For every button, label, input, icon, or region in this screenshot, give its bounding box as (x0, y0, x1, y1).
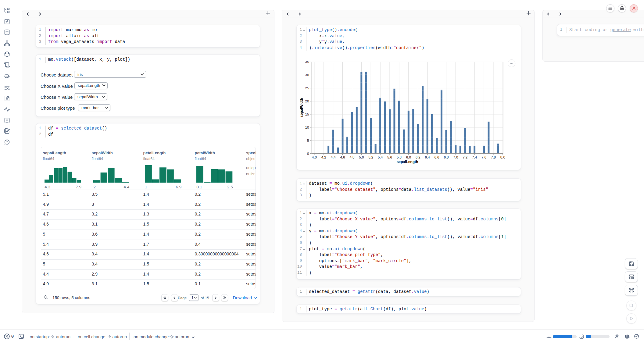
svg-text:5.8: 5.8 (397, 155, 402, 159)
svg-text:15: 15 (305, 112, 309, 116)
svg-text:4.2: 4.2 (321, 155, 326, 159)
svg-text:7.8: 7.8 (491, 155, 496, 159)
svg-text:6.0: 6.0 (406, 155, 411, 159)
svg-text:7.6: 7.6 (481, 155, 486, 159)
svg-text:5.2: 5.2 (368, 155, 373, 159)
svg-text:6.8: 6.8 (444, 155, 449, 159)
svg-text:7.4: 7.4 (472, 155, 477, 159)
svg-text:7.0: 7.0 (453, 155, 458, 159)
svg-text:6.2: 6.2 (416, 155, 420, 159)
svg-text:10: 10 (305, 126, 309, 129)
svg-text:8.0: 8.0 (500, 155, 505, 159)
svg-text:5: 5 (307, 139, 309, 142)
svg-text:sepalLength: sepalLength (397, 160, 418, 164)
svg-text:4.0: 4.0 (312, 155, 317, 159)
svg-text:4.6: 4.6 (340, 155, 345, 159)
svg-text:5.0: 5.0 (359, 155, 364, 159)
svg-text:4.8: 4.8 (349, 155, 354, 159)
svg-text:7.2: 7.2 (463, 155, 467, 159)
svg-text:30: 30 (305, 73, 309, 77)
svg-text:sepalWidth: sepalWidth (299, 98, 304, 117)
svg-text:5.6: 5.6 (387, 155, 392, 159)
svg-text:35: 35 (305, 60, 309, 64)
svg-text:6.6: 6.6 (435, 155, 439, 159)
svg-text:0: 0 (307, 152, 309, 155)
svg-text:4.4: 4.4 (331, 155, 336, 159)
svg-text:25: 25 (305, 86, 309, 90)
svg-text:5.4: 5.4 (378, 155, 383, 159)
svg-text:6.4: 6.4 (425, 155, 430, 159)
svg-text:20: 20 (305, 99, 309, 103)
